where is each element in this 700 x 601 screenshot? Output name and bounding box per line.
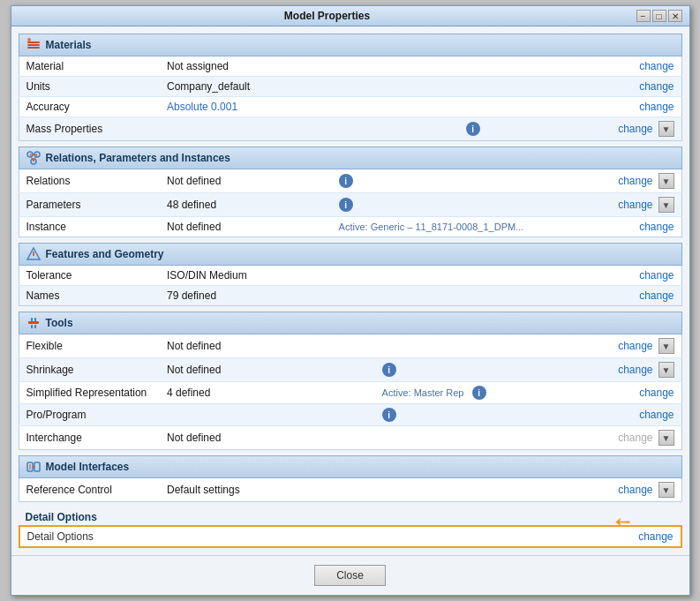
section-label-relations: Relations, Parameters and Instances [46, 152, 230, 164]
prop-name: Pro/Program [19, 404, 160, 426]
svg-rect-13 [31, 318, 33, 321]
restore-button[interactable]: □ [652, 10, 666, 22]
prop-value: Absolute 0.001 [160, 97, 459, 117]
info-icon[interactable]: i [339, 174, 353, 188]
change-link[interactable]: change [618, 123, 652, 135]
detail-options-row: Detail Options change [19, 525, 682, 548]
change-link[interactable]: change [618, 484, 652, 496]
detail-options-section: Detail Options ➘ Detail Options change [19, 507, 682, 548]
change-link[interactable]: change [618, 364, 652, 376]
dropdown-btn[interactable]: ▼ [659, 338, 674, 354]
prop-name: Relations [19, 169, 160, 193]
prop-value: Not defined [160, 217, 332, 237]
prop-extra: i [459, 117, 523, 141]
change-link[interactable]: change [639, 387, 674, 399]
table-row: Reference Control Default settings chang… [19, 478, 681, 502]
dropdown-btn[interactable]: ▼ [659, 197, 674, 213]
change-link[interactable]: change [618, 199, 652, 211]
window-title: Model Properties [19, 10, 636, 22]
change-link[interactable]: change [639, 221, 674, 233]
detail-options-change-link[interactable]: change [638, 530, 673, 543]
prop-name: Units [19, 77, 160, 97]
info-icon[interactable]: i [466, 122, 480, 136]
section-header-relations: Relations, Parameters and Instances [19, 146, 682, 169]
dropdown-btn[interactable]: ▼ [659, 482, 674, 498]
section-label-features: Features and Geometry [46, 248, 164, 260]
prop-name: Simplified Representation [19, 382, 160, 404]
section-header-materials: Materials [19, 34, 682, 56]
change-link[interactable]: change [639, 409, 674, 421]
detail-options-row-text: Detail Options [27, 530, 639, 543]
change-link[interactable]: change [639, 80, 674, 93]
title-bar: Model Properties − □ ✕ [11, 6, 689, 26]
prop-name: Instance [19, 217, 160, 237]
change-link[interactable]: change [639, 269, 674, 282]
dropdown-btn[interactable]: ▼ [659, 173, 674, 189]
prop-name: Names [19, 286, 160, 306]
prop-extra: Active: Generic – 11_8171-0008_1_DPM... [332, 217, 591, 237]
info-icon[interactable]: i [472, 386, 486, 400]
info-icon[interactable]: i [382, 363, 396, 377]
table-row: Mass Properties i change ▼ [19, 117, 681, 141]
table-row: Material Not assigned change [19, 56, 681, 77]
materials-icon [26, 38, 41, 52]
features-icon [26, 247, 41, 261]
change-link[interactable]: change [618, 340, 652, 352]
table-row: Tolerance ISO/DIN Medium change [19, 266, 681, 286]
svg-rect-18 [34, 462, 40, 471]
prop-extra [459, 56, 523, 77]
prop-extra: i [332, 169, 591, 193]
svg-rect-15 [31, 325, 33, 328]
prop-name: Reference Control [19, 478, 160, 502]
prop-extra [513, 266, 551, 286]
dropdown-btn[interactable]: ▼ [659, 121, 674, 137]
change-link[interactable]: change [639, 101, 674, 113]
prop-value: Not defined [160, 334, 375, 358]
prop-name: Mass Properties [19, 117, 160, 141]
info-icon[interactable]: i [382, 408, 396, 422]
prop-actions: change ▼ [567, 426, 681, 450]
prop-value: Not defined [160, 169, 332, 193]
svg-rect-2 [27, 47, 40, 49]
detail-options-container: ➘ Detail Options change [19, 525, 682, 548]
prop-actions: change [550, 286, 681, 306]
prop-name: Flexible [19, 334, 160, 358]
table-row: Flexible Not defined change ▼ [19, 334, 681, 358]
table-row: Units Company_default change [19, 77, 681, 97]
prop-extra [459, 77, 523, 97]
section-header-model-interfaces: Model Interfaces [19, 455, 682, 478]
prop-actions: change [523, 77, 681, 97]
change-link[interactable]: change [618, 175, 652, 187]
prop-extra [375, 426, 568, 450]
section-label-tools: Tools [46, 317, 73, 329]
prop-extra: i [332, 193, 591, 217]
prop-name: Accuracy [19, 97, 160, 117]
prop-actions: change ▼ [512, 478, 681, 502]
svg-rect-12 [28, 321, 39, 324]
change-link[interactable]: change [639, 60, 674, 72]
prop-actions: change [550, 266, 681, 286]
model-interfaces-icon [26, 460, 41, 474]
model-interfaces-table: Reference Control Default settings chang… [19, 478, 682, 502]
prop-actions: change ▼ [590, 169, 681, 193]
prop-extra [513, 286, 551, 306]
table-row: Simplified Representation 4 defined Acti… [19, 382, 681, 404]
prop-actions: change ▼ [590, 193, 681, 217]
prop-extra [459, 97, 523, 117]
dropdown-btn[interactable]: ▼ [659, 430, 674, 446]
svg-rect-16 [34, 325, 36, 328]
close-button[interactable]: Close [314, 565, 386, 586]
detail-options-label: Detail Options [19, 507, 682, 525]
table-row: Shrinkage Not defined i change ▼ [19, 358, 681, 382]
close-button-title[interactable]: ✕ [668, 10, 682, 22]
minimize-button[interactable]: − [636, 10, 651, 22]
content-area: Materials Material Not assigned change U… [11, 26, 689, 555]
prop-actions: change ▼ [567, 358, 681, 382]
prop-value: 79 defined [160, 286, 513, 306]
dropdown-btn[interactable]: ▼ [659, 362, 674, 378]
table-row: Pro/Program i change [19, 404, 681, 426]
svg-rect-1 [27, 44, 40, 46]
change-link[interactable]: change [639, 289, 674, 302]
section-header-tools: Tools [19, 312, 682, 334]
info-icon[interactable]: i [339, 198, 353, 212]
